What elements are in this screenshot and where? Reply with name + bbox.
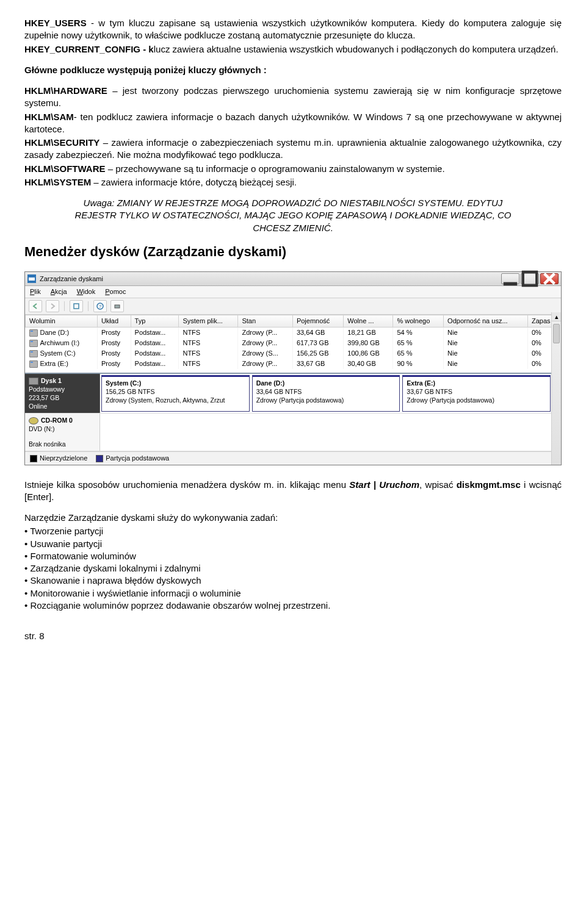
maximize-button[interactable] [521, 273, 539, 284]
col-pctfree[interactable]: % wolnego [393, 315, 444, 328]
partition[interactable]: Extra (E:)33,67 GB NTFSZdrowy (Partycja … [402, 375, 551, 412]
list-item: Rozciąganie woluminów poprzez dodawanie … [24, 600, 562, 612]
list-item: Skanowanie i naprawa błędów dyskowych [24, 575, 562, 587]
body-text: - w tym kluczu zapisane są ustawienia ws… [24, 18, 562, 40]
page-number: str. 8 [24, 630, 562, 642]
key-name: HKLM\HARDWARE [24, 85, 107, 96]
menubar: Plik Akcja Widok Pomoc [25, 286, 561, 298]
volume-icon [29, 329, 38, 337]
paragraph: HKEY_CURRENT_CONFIG - klucz zawiera aktu… [24, 43, 562, 56]
key-name: HKEY_CURRENT_CONFIG - k [24, 44, 154, 54]
key-name: HKLM\SAM [24, 112, 74, 122]
volume-table: Wolumin Układ Typ System plik... Stan Po… [25, 315, 561, 368]
toolbar: ? [25, 298, 561, 315]
disk-graphics: Dysk 1 Podstawowy 223,57 GB Online Syste… [25, 373, 552, 451]
menu-file[interactable]: Plik [30, 287, 41, 296]
svg-rect-0 [29, 278, 35, 281]
volume-icon [29, 350, 38, 357]
paragraph: HKLM\SAM- ten podklucz zawiera informacj… [24, 111, 562, 136]
partition[interactable]: Dane (D:)33,64 GB NTFSZdrowy (Partycja p… [252, 375, 400, 412]
menu-view[interactable]: Widok [77, 287, 96, 296]
col-layout[interactable]: Układ [97, 315, 131, 328]
col-type[interactable]: Typ [131, 315, 179, 328]
legend: Nieprzydzielone Partycja podstawowa [25, 451, 552, 465]
scrollbar-vertical[interactable]: ▴ [551, 312, 561, 464]
col-volume[interactable]: Wolumin [26, 315, 98, 328]
forward-button[interactable] [46, 300, 59, 312]
svg-rect-1 [504, 282, 517, 286]
key-name: HKEY_USERS [24, 18, 87, 28]
svg-rect-3 [74, 304, 79, 309]
cd-header: CD-ROM 0 DVD (N:) Brak nośnika [25, 414, 100, 451]
key-name: HKLM\SECURITY [24, 137, 99, 148]
volume-icon [29, 340, 38, 347]
svg-rect-6 [115, 305, 120, 308]
table-row[interactable]: Archiwum (I:)ProstyPodstaw...NTFSZdrowy … [26, 338, 561, 348]
legend-primary-icon [96, 455, 103, 462]
list-item: Usuwanie partycji [24, 538, 562, 550]
legend-unallocated-icon [30, 455, 37, 462]
paragraph: HKLM\SOFTWARE – przechowywane są tu info… [24, 163, 562, 175]
body-text: – przechowywane są tu informacje o oprog… [106, 163, 445, 174]
disk-header: Dysk 1 Podstawowy 223,57 GB Online [25, 374, 100, 414]
cd-icon [29, 417, 38, 424]
back-button[interactable] [29, 300, 42, 312]
disk-row[interactable]: Dysk 1 Podstawowy 223,57 GB Online Syste… [25, 374, 552, 414]
partition[interactable]: System (C:)156,25 GB NTFSZdrowy (System,… [101, 375, 250, 412]
close-button[interactable] [540, 273, 559, 284]
properties-button[interactable] [70, 300, 83, 312]
body-text: lucz zawiera aktualne ustawienia wszystk… [154, 44, 559, 54]
warning-note: Uwaga: ZMIANY W REJESTRZE MOGĄ DOPROWADZ… [24, 197, 562, 234]
tasks-heading: Narzędzie Zarządzanie dyskami służy do w… [24, 512, 562, 524]
paragraph: Istnieje kilka sposobów uruchomienia men… [24, 479, 562, 504]
col-fs[interactable]: System plik... [179, 315, 238, 328]
menu-help[interactable]: Pomoc [105, 287, 126, 296]
disk-row-cd[interactable]: CD-ROM 0 DVD (N:) Brak nośnika [25, 414, 552, 451]
tasks-list: Tworzenie partycjiUsuwanie partycjiForma… [24, 525, 562, 612]
menu-action[interactable]: Akcja [51, 287, 67, 296]
volume-icon [29, 360, 38, 368]
body-text: – zawiera informacje które, dotyczą bież… [91, 177, 297, 187]
body-text: – zawiera informacje o zabezpieczeniach … [24, 137, 562, 160]
key-name: HKLM\SOFTWARE [24, 163, 106, 174]
col-free[interactable]: Wolne ... [344, 315, 393, 328]
col-fault[interactable]: Odporność na usz... [444, 315, 528, 328]
app-icon [27, 274, 36, 283]
scroll-up-icon[interactable]: ▴ [552, 312, 561, 321]
titlebar[interactable]: Zarządzanie dyskami [25, 272, 561, 286]
list-item: Tworzenie partycji [24, 525, 562, 537]
col-capacity[interactable]: Pojemność [292, 315, 343, 328]
list-item: Formatowanie woluminów [24, 550, 562, 562]
help-button[interactable]: ? [93, 300, 107, 312]
body-text: - ten podklucz zawiera informacje o baza… [24, 112, 562, 134]
table-row[interactable]: Dane (D:)ProstyPodstaw...NTFSZdrowy (P..… [26, 328, 561, 338]
svg-rect-2 [523, 272, 537, 285]
list-item: Zarządzanie dyskami lokalnymi i zdalnymi [24, 562, 562, 575]
refresh-button[interactable] [110, 300, 124, 312]
paragraph: HKLM\SECURITY – zawiera informacje o zab… [24, 137, 562, 162]
table-header-row: Wolumin Układ Typ System plik... Stan Po… [26, 315, 561, 328]
subheading: Główne podklucze występują poniżej klucz… [24, 64, 562, 76]
disk-icon [29, 378, 38, 385]
legend-primary-label: Partycja podstawowa [106, 454, 169, 462]
list-item: Monitorowanie i wyświetlanie informacji … [24, 587, 562, 600]
scroll-thumb[interactable] [553, 324, 560, 343]
legend-unallocated-label: Nieprzydzielone [40, 454, 87, 462]
minimize-button[interactable] [501, 273, 519, 284]
disk-management-window: Zarządzanie dyskami Plik Akcja Widok Pom… [24, 271, 562, 465]
paragraph: HKLM\HARDWARE – jest tworzony podczas pi… [24, 85, 562, 110]
paragraph: HKLM\SYSTEM – zawiera informacje które, … [24, 176, 562, 188]
paragraph: HKEY_USERS - w tym kluczu zapisane są us… [24, 17, 562, 42]
table-row[interactable]: System (C:)ProstyPodstaw...NTFSZdrowy (S… [26, 348, 561, 359]
key-name: HKLM\SYSTEM [24, 177, 91, 187]
window-title: Zarządzanie dyskami [40, 274, 103, 284]
svg-text:?: ? [99, 304, 102, 309]
section-heading: Menedżer dysków (Zarządzanie dyskami) [24, 243, 562, 261]
col-status[interactable]: Stan [238, 315, 292, 328]
table-row[interactable]: Extra (E:)ProstyPodstaw...NTFSZdrowy (P.… [26, 359, 561, 369]
